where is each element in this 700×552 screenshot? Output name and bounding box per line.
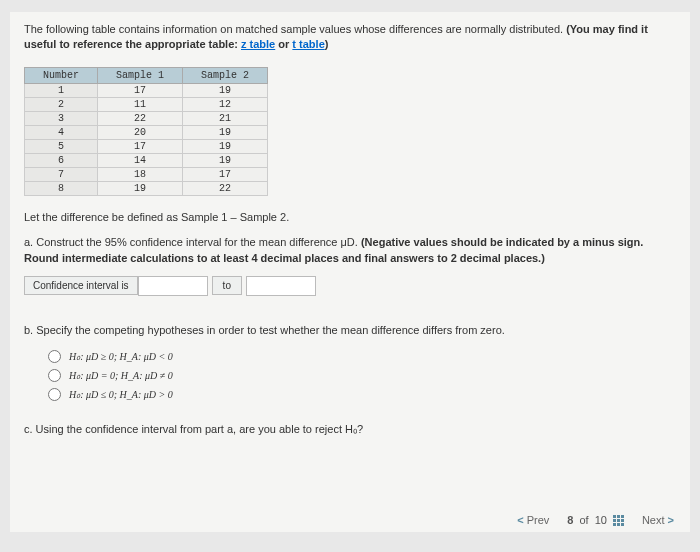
hyp-option-2[interactable]: H₀: μD = 0; H_A: μD ≠ 0 [48, 369, 676, 382]
chevron-right-icon: > [668, 514, 674, 526]
table-cell: 17 [183, 167, 268, 181]
prev-button[interactable]: < Prev [517, 514, 549, 526]
t-table-link[interactable]: t table [292, 38, 324, 50]
table-row: 81922 [25, 181, 268, 195]
table-cell: 11 [98, 97, 183, 111]
table-cell: 19 [183, 83, 268, 97]
ci-lower-input[interactable] [138, 276, 208, 296]
part-b-text: b. Specify the competing hypotheses in o… [24, 324, 676, 336]
define-diff: Let the difference be defined as Sample … [24, 210, 676, 225]
confidence-interval-row: Confidence interval is to [24, 276, 676, 296]
col-sample1: Sample 1 [98, 67, 183, 83]
table-cell: 4 [25, 125, 98, 139]
table-cell: 17 [98, 83, 183, 97]
table-cell: 19 [183, 139, 268, 153]
table-cell: 19 [183, 125, 268, 139]
table-row: 11719 [25, 83, 268, 97]
z-table-link[interactable]: z table [241, 38, 275, 50]
col-number: Number [25, 67, 98, 83]
table-cell: 19 [98, 181, 183, 195]
hyp-option-1[interactable]: H₀: μD ≥ 0; H_A: μD < 0 [48, 350, 676, 363]
table-cell: 6 [25, 153, 98, 167]
table-cell: 3 [25, 111, 98, 125]
hyp-radio-1[interactable] [48, 350, 61, 363]
part-a-text: a. Construct the 95% confidence interval… [24, 235, 676, 266]
table-cell: 20 [98, 125, 183, 139]
part-c-text: c. Using the confidence interval from pa… [24, 423, 676, 436]
table-cell: 19 [183, 153, 268, 167]
hyp-radio-3[interactable] [48, 388, 61, 401]
table-row: 51719 [25, 139, 268, 153]
table-cell: 1 [25, 83, 98, 97]
table-cell: 8 [25, 181, 98, 195]
ci-upper-input[interactable] [246, 276, 316, 296]
hypothesis-options: H₀: μD ≥ 0; H_A: μD < 0 H₀: μD = 0; H_A:… [48, 350, 676, 401]
table-cell: 21 [183, 111, 268, 125]
table-cell: 14 [98, 153, 183, 167]
page-indicator: 8 of 10 [567, 514, 624, 526]
table-cell: 2 [25, 97, 98, 111]
intro-text: The following table contains information… [24, 22, 676, 53]
ci-to: to [212, 276, 242, 295]
table-cell: 5 [25, 139, 98, 153]
table-row: 42019 [25, 125, 268, 139]
col-sample2: Sample 2 [183, 67, 268, 83]
hyp-radio-2[interactable] [48, 369, 61, 382]
ci-label: Confidence interval is [24, 276, 138, 295]
table-cell: 12 [183, 97, 268, 111]
table-row: 71817 [25, 167, 268, 181]
chevron-left-icon: < [517, 514, 523, 526]
table-row: 21112 [25, 97, 268, 111]
table-cell: 22 [98, 111, 183, 125]
grid-icon[interactable] [613, 515, 624, 526]
next-button[interactable]: Next > [642, 514, 674, 526]
table-cell: 17 [98, 139, 183, 153]
table-row: 32221 [25, 111, 268, 125]
table-cell: 7 [25, 167, 98, 181]
table-cell: 18 [98, 167, 183, 181]
hyp-option-3[interactable]: H₀: μD ≤ 0; H_A: μD > 0 [48, 388, 676, 401]
table-row: 61419 [25, 153, 268, 167]
sample-table: Number Sample 1 Sample 2 117192111232221… [24, 67, 268, 196]
footer-nav: < Prev 8 of 10 Next > [517, 514, 674, 526]
table-cell: 22 [183, 181, 268, 195]
